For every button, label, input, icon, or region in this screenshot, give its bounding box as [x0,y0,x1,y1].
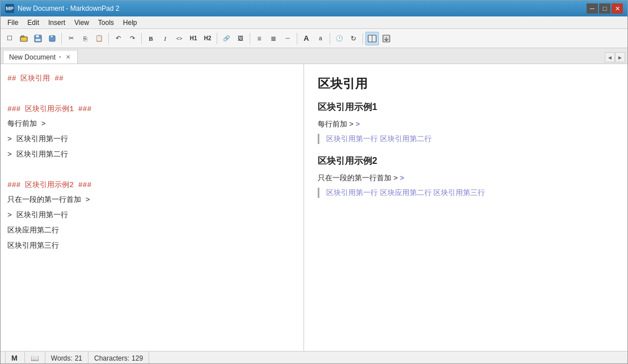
status-book[interactable]: 📖 [25,352,45,364]
preview-section-2-intro: 只在一段的第一行首加 > > [318,173,614,183]
editor-pane[interactable]: ## 区块引用 ## ### 区块引用示例1 ### 每行前加 > > 区块引用… [1,64,304,351]
app-icon: MP [5,4,14,13]
book-icon: 📖 [31,354,39,362]
editor-line-9: 只在一段的第一行首加 > [7,194,297,206]
separator-8 [363,33,363,44]
svg-rect-2 [36,35,39,37]
svg-rect-3 [35,39,41,41]
intro-text-1: 每行前加 > [318,120,353,128]
larger-text-button[interactable]: A [300,32,313,45]
main-area: ## 区块引用 ## ### 区块引用示例1 ### 每行前加 > > 区块引用… [1,64,627,351]
separator-3 [141,33,142,44]
refresh-button[interactable]: ↻ [347,32,360,45]
toolbar: ☐ ✂ ⎘ 📋 ↶ ↷ B I <> H1 H2 🔗 🖼 ≡ ≣ ─ A a 🕐 [1,29,627,48]
separator-5 [250,33,250,44]
editor-line-11: 区块应用第二行 [7,225,297,237]
copy-button[interactable]: ⎘ [78,32,92,45]
status-chars: Characters: 129 [88,352,149,364]
preview-section-1-heading: 区块引用示例1 [318,101,614,113]
status-words: Words: 21 [45,352,88,364]
separator-2 [108,33,109,44]
tab-modified-indicator: • [59,54,61,60]
undo-button[interactable]: ↶ [111,32,125,45]
save-button[interactable] [31,32,45,45]
preview-section-2-blockquote: 区块引用第一行 区块应用第二行 区块引用第三行 [318,188,614,198]
separator-7 [330,33,330,44]
svg-rect-5 [50,36,53,37]
editor-line-2 [7,88,297,100]
preview-section-1: 区块引用示例1 每行前加 > > 区块引用第一行 区块引用第二行 [318,101,614,144]
editor-line-1: ## 区块引用 ## [7,73,297,85]
chars-label: Characters: [94,354,129,362]
window-controls: ─ □ ✕ [587,3,623,14]
h1-button[interactable]: H1 [187,32,200,45]
bold-button[interactable]: B [144,32,158,45]
gt-symbol-2: > [400,173,404,182]
gt-symbol-1: > [356,120,360,128]
preview-section-2: 区块引用示例2 只在一段的第一行首加 > > 区块引用第一行 区块应用第二行 区… [318,155,614,198]
separator-4 [217,33,217,44]
editor-line-12: 区块引用第三行 [7,240,297,252]
chars-count: 129 [132,354,143,362]
title-bar: MP New Document - MarkdownPad 2 ─ □ ✕ [1,1,627,16]
cut-button[interactable]: ✂ [64,32,78,45]
code-button[interactable]: <> [172,32,186,45]
hr-button[interactable]: ─ [281,32,294,45]
separator-1 [61,33,62,44]
italic-button[interactable]: I [158,32,172,45]
minimize-button[interactable]: ─ [587,3,598,14]
words-label: Words: [51,354,73,362]
menu-edit[interactable]: Edit [23,16,44,28]
words-count: 21 [75,354,82,362]
preview-title: 区块引用 [318,75,614,92]
status-bar: M 📖 Words: 21 Characters: 129 [1,351,627,364]
tab-bar: New Document • ✕ ◄ ► [1,48,627,64]
tab-nav-right[interactable]: ► [615,52,625,62]
export-button[interactable] [380,32,393,45]
mode-icon-m: M [11,354,18,362]
preview-section-1-blockquote: 区块引用第一行 区块引用第二行 [318,134,614,144]
maximize-button[interactable]: □ [599,3,610,14]
editor-line-8: ### 区块引用示例2 ### [7,180,297,192]
redo-button[interactable]: ↷ [125,32,139,45]
tab-navigation: ◄ ► [605,52,625,64]
status-mode[interactable]: M [5,352,25,364]
menu-view[interactable]: View [70,16,94,28]
editor-line-4: 每行前加 > [7,118,297,130]
editor-line-3: ### 区块引用示例1 ### [7,104,297,116]
svg-rect-0 [20,37,27,41]
menu-insert[interactable]: Insert [44,16,70,28]
tab-new-document[interactable]: New Document • ✕ [3,50,78,64]
menu-file[interactable]: File [3,16,23,28]
new-button[interactable]: ☐ [3,32,16,45]
preview-pane[interactable]: 区块引用 区块引用示例1 每行前加 > > 区块引用第一行 区块引用第二行 区块… [304,64,627,351]
h2-button[interactable]: H2 [201,32,214,45]
ul-button[interactable]: ≡ [252,32,266,45]
close-button[interactable]: ✕ [612,3,623,14]
ol-button[interactable]: ≣ [267,32,280,45]
intro-text-2: 只在一段的第一行首加 > [318,173,398,182]
paste-button[interactable]: 📋 [92,32,106,45]
editor-line-6: > 区块引用第二行 [7,149,297,161]
link-button[interactable]: 🔗 [220,32,233,45]
menu-help[interactable]: Help [119,16,142,28]
preview-section-1-intro: 每行前加 > > [318,119,614,129]
editor-line-7 [7,164,297,176]
menu-bar: File Edit Insert View Tools Help [1,16,627,29]
preview-toggle-button[interactable] [365,32,379,45]
tab-nav-left[interactable]: ◄ [605,52,615,62]
separator-6 [297,33,297,44]
editor-line-5: > 区块引用第一行 [7,134,297,146]
editor-line-10: > 区块引用第一行 [7,210,297,222]
open-button[interactable] [17,32,31,45]
image-button[interactable]: 🖼 [234,32,247,45]
tab-close-button[interactable]: ✕ [65,54,71,60]
smaller-text-button[interactable]: a [314,32,327,45]
menu-tools[interactable]: Tools [94,16,119,28]
save-all-button[interactable] [45,32,59,45]
tab-label: New Document [9,53,56,61]
title-text: New Document - MarkdownPad 2 [18,5,587,12]
timestamp-button[interactable]: 🕐 [332,32,346,45]
preview-section-2-heading: 区块引用示例2 [318,155,614,167]
